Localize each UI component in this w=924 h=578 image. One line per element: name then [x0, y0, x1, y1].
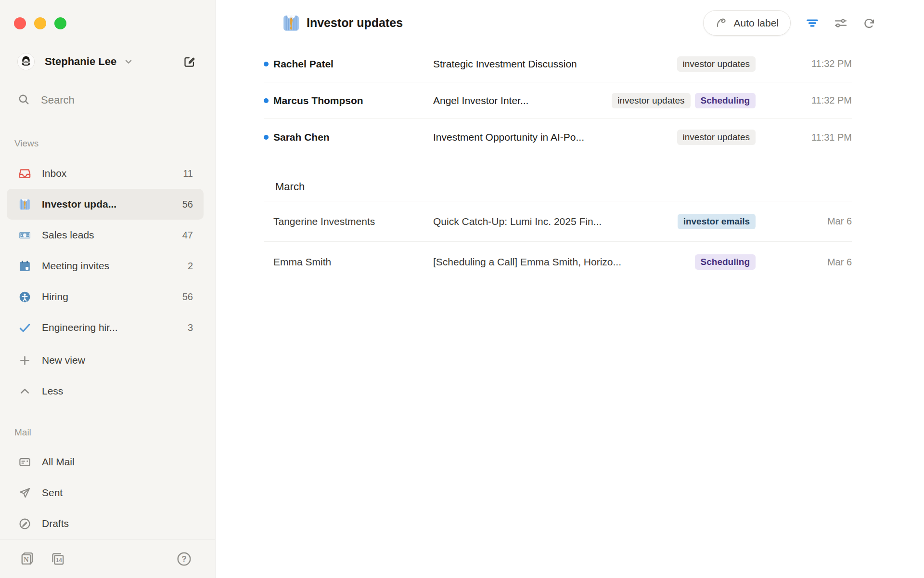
svg-text:?: ? [181, 554, 186, 563]
email-subject: Quick Catch-Up: Lumi Inc. 2025 Fin... [433, 216, 671, 227]
email-sender: Rachel Patel [273, 58, 433, 70]
avatar [17, 53, 35, 70]
email-label-pill[interactable]: investor updates [612, 93, 690, 108]
email-label-pill[interactable]: investor emails [678, 214, 756, 229]
email-label-pill[interactable]: investor updates [677, 56, 756, 72]
unread-dot [264, 62, 269, 66]
necktie-icon [18, 198, 31, 211]
sidebar-item-label: Meeting invites [42, 260, 182, 272]
views-section-label: Views [14, 138, 215, 149]
unread-indicator-column [264, 135, 273, 140]
sidebar-item-count: 56 [182, 291, 193, 302]
sidebar-item-count: 2 [188, 261, 193, 272]
email-label-pill[interactable]: Scheduling [695, 254, 756, 270]
check-icon [18, 321, 31, 334]
plus-icon [18, 354, 31, 367]
sidebar-item-meeting-invites[interactable]: Meeting invites 2 [7, 250, 204, 281]
money-icon [18, 229, 31, 242]
sidebar-item-count: 47 [182, 230, 193, 241]
unread-dot [264, 135, 269, 140]
person-icon [18, 290, 31, 303]
email-sender: Tangerine Investments [273, 216, 433, 227]
sidebar-item-drafts[interactable]: Drafts [7, 508, 204, 539]
display-settings-icon[interactable] [834, 16, 847, 30]
sidebar-item-sales-leads[interactable]: Sales leads 47 [7, 220, 204, 250]
unread-indicator-column [264, 62, 273, 66]
sidebar-item-label: Sent [42, 487, 193, 499]
email-time: Mar 6 [756, 257, 852, 268]
email-time: 11:32 PM [756, 58, 852, 69]
svg-text:N: N [24, 556, 29, 564]
refresh-icon[interactable] [862, 16, 876, 30]
email-row[interactable]: Tangerine Investments Quick Catch-Up: Lu… [264, 201, 852, 242]
sidebar-action-label: Less [42, 385, 193, 397]
account-switcher[interactable]: Stephanie Lee [0, 51, 215, 72]
sidebar-item-label: Sales leads [42, 229, 177, 241]
sidebar-action-new-view[interactable]: New view [7, 345, 204, 376]
email-labels: investor emails [678, 214, 756, 229]
sidebar-item-hiring[interactable]: Hiring 56 [7, 281, 204, 312]
sidebar-item-all-mail[interactable]: All Mail [7, 447, 204, 477]
email-row[interactable]: Rachel Patel Strategic Investment Discus… [264, 46, 852, 82]
sidebar-item-count: 56 [182, 199, 193, 210]
calendar-icon [18, 260, 31, 273]
sidebar-action-less[interactable]: Less [7, 376, 204, 407]
search-icon [17, 93, 30, 108]
user-name: Stephanie Lee [45, 55, 116, 68]
sidebar-item-label: Investor upda... [42, 198, 177, 210]
email-labels: investor updatesScheduling [612, 93, 756, 108]
chevron-down-icon [123, 56, 134, 67]
chevron-up-icon [18, 385, 31, 398]
page-title: Investor updates [307, 16, 403, 30]
sidebar-item-label: Drafts [42, 518, 193, 529]
help-icon[interactable]: ? [176, 551, 192, 567]
email-label-pill[interactable]: Scheduling [695, 93, 756, 108]
notion-app-icon[interactable]: N [19, 551, 35, 567]
email-list: Rachel Patel Strategic Investment Discus… [264, 46, 852, 282]
sidebar-item-engineering-hir[interactable]: Engineering hir... 3 [7, 312, 204, 343]
auto-label-button[interactable]: Auto label [703, 10, 791, 36]
necktie-icon [282, 13, 301, 33]
email-sender: Marcus Thompson [273, 95, 433, 106]
email-time: 11:32 PM [756, 95, 852, 106]
email-time: Mar 6 [756, 216, 852, 227]
unread-dot [264, 98, 269, 103]
auto-label-wand-icon [715, 16, 728, 29]
sidebar-item-investor-upda[interactable]: Investor upda... 56 [7, 189, 204, 220]
views-list: Inbox 11 Investor upda... 56 Sales leads… [0, 158, 215, 343]
toolbar: Auto label [703, 10, 876, 36]
sent-icon [18, 486, 31, 499]
search-placeholder: Search [41, 94, 75, 106]
email-labels: investor updates [677, 130, 756, 145]
zoom-button[interactable] [54, 17, 66, 29]
search-input[interactable]: Search [0, 90, 215, 111]
group-header: March [264, 156, 852, 201]
sidebar-action-label: New view [42, 355, 193, 366]
auto-label-text: Auto label [734, 17, 779, 29]
notion-calendar-app-icon[interactable]: 14 [50, 551, 66, 567]
minimize-button[interactable] [34, 17, 46, 29]
sidebar-item-label: Hiring [42, 291, 177, 302]
email-label-pill[interactable]: investor updates [677, 130, 756, 145]
compose-button[interactable] [183, 55, 196, 68]
sidebar-footer: N 14 ? [0, 539, 215, 578]
sidebar-item-inbox[interactable]: Inbox 11 [7, 158, 204, 189]
sidebar-item-count: 3 [188, 322, 193, 333]
sidebar-item-label: Engineering hir... [42, 322, 182, 333]
email-row[interactable]: Emma Smith [Scheduling a Call] Emma Smit… [264, 242, 852, 282]
email-labels: Scheduling [695, 254, 756, 270]
window-controls [14, 17, 66, 29]
email-row[interactable]: Sarah Chen Investment Opportunity in AI-… [264, 119, 852, 156]
email-row[interactable]: Marcus Thompson Angel Investor Inter... … [264, 82, 852, 119]
sidebar-item-sent[interactable]: Sent [7, 477, 204, 508]
sidebar-item-label: All Mail [42, 456, 193, 468]
drafts-icon [18, 517, 31, 530]
close-button[interactable] [14, 17, 26, 29]
email-subject: Investment Opportunity in AI-Po... [433, 131, 670, 143]
svg-text:14: 14 [56, 557, 62, 563]
email-time: 11:31 PM [756, 132, 852, 143]
mail-section-label: Mail [14, 427, 215, 438]
all-mail-icon [18, 456, 31, 469]
sidebar: Stephanie Lee Search Views Inbox 11 Inve… [0, 0, 216, 578]
filter-icon[interactable] [806, 16, 819, 30]
